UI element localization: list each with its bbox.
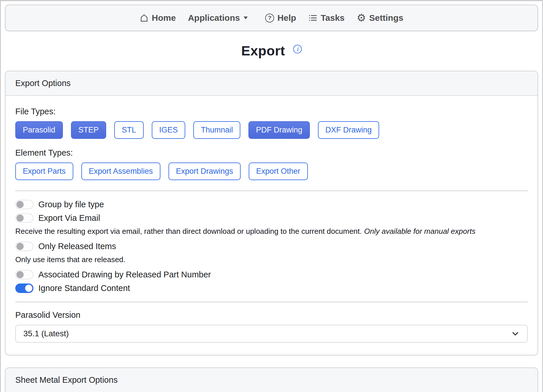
toggle-knob — [16, 201, 24, 208]
help-icon — [265, 14, 274, 23]
export-assemblies-button[interactable]: Export Assemblies — [81, 163, 160, 180]
export-parts-button[interactable]: Export Parts — [15, 163, 73, 180]
sheet-metal-title: Sheet Metal Export Options — [15, 375, 118, 384]
toggle-knob — [16, 243, 24, 250]
only-released-items-toggle[interactable] — [15, 242, 33, 251]
export-options-card: Export Options File Types: Parasolid STE… — [5, 71, 538, 355]
sheet-metal-card: Sheet Metal Export Options Export Sheet … — [5, 367, 538, 392]
file-types-label: File Types: — [15, 107, 528, 116]
parasolid-version-value: 35.1 (Latest) — [23, 329, 69, 338]
top-navigation: Home Applications Help Tasks ⚙ Settings — [5, 5, 538, 31]
export-drawings-button[interactable]: Export Drawings — [168, 163, 241, 180]
export-via-email-label: Export Via Email — [38, 213, 100, 223]
info-icon[interactable]: i — [293, 45, 302, 53]
toggle-row-only-released-items: Only Released Items — [15, 242, 528, 251]
export-other-button[interactable]: Export Other — [249, 163, 308, 180]
parasolid-version-label: Parasolid Version — [15, 310, 528, 320]
chevron-down-icon — [243, 16, 248, 20]
file-type-step-button[interactable]: STEP — [71, 121, 106, 139]
divider — [15, 191, 528, 191]
toggle-knob — [16, 271, 24, 278]
group-by-file-type-label: Group by file type — [38, 200, 104, 209]
export-via-email-toggle[interactable] — [15, 213, 33, 223]
file-type-stl-button[interactable]: STL — [114, 121, 144, 139]
toggle-row-associated-drawing: Associated Drawing by Released Part Numb… — [15, 270, 528, 279]
chevron-down-icon — [511, 329, 520, 338]
nav-settings-label: Settings — [369, 13, 403, 23]
nav-tasks-label: Tasks — [321, 13, 344, 23]
export-options-header: Export Options — [5, 71, 538, 96]
element-type-buttons: Export Parts Export Assemblies Export Dr… — [15, 163, 528, 180]
toggle-row-group-by-file-type: Group by file type — [15, 200, 528, 209]
toggle-knob — [25, 285, 32, 292]
settings-gear-icon: ⚙ — [357, 13, 366, 23]
file-type-dxf-drawing-button[interactable]: DXF Drawing — [318, 121, 379, 139]
only-released-items-description: Only use items that are released. — [15, 255, 528, 264]
associated-drawing-toggle[interactable] — [15, 270, 33, 279]
tasks-icon — [308, 14, 317, 22]
file-type-pdf-drawing-button[interactable]: PDF Drawing — [248, 121, 310, 139]
export-via-email-description: Receive the resulting export via email, … — [15, 227, 528, 236]
nav-home[interactable]: Home — [140, 13, 176, 23]
home-icon — [140, 14, 149, 23]
sheet-metal-header: Sheet Metal Export Options — [5, 368, 538, 392]
ignore-standard-content-toggle[interactable] — [15, 283, 33, 293]
group-by-file-type-toggle[interactable] — [15, 200, 33, 209]
nav-applications[interactable]: Applications — [188, 13, 248, 23]
element-types-label: Element Types: — [15, 148, 528, 158]
divider — [15, 302, 528, 302]
ignore-standard-content-label: Ignore Standard Content — [38, 283, 130, 293]
only-released-items-label: Only Released Items — [38, 242, 116, 251]
export-options-body: File Types: Parasolid STEP STL IGES Thum… — [5, 96, 538, 355]
file-type-parasolid-button[interactable]: Parasolid — [15, 121, 63, 139]
parasolid-version-select[interactable]: 35.1 (Latest) — [15, 325, 528, 343]
page-title: Export — [241, 43, 285, 59]
toggle-row-ignore-standard-content: Ignore Standard Content — [15, 283, 528, 293]
export-options-title: Export Options — [15, 79, 71, 88]
nav-applications-label: Applications — [188, 13, 240, 23]
export-via-email-description-text: Receive the resulting export via email, … — [15, 227, 362, 236]
file-type-thumnail-button[interactable]: Thumnail — [193, 121, 240, 139]
file-type-iges-button[interactable]: IGES — [152, 121, 186, 139]
nav-settings[interactable]: ⚙ Settings — [357, 13, 403, 23]
nav-tasks[interactable]: Tasks — [308, 13, 344, 23]
toggle-row-export-via-email: Export Via Email — [15, 213, 528, 223]
export-via-email-description-emphasis: Only available for manual exports — [364, 227, 475, 236]
nav-home-label: Home — [152, 13, 176, 23]
associated-drawing-label: Associated Drawing by Released Part Numb… — [38, 270, 211, 279]
nav-help[interactable]: Help — [265, 13, 296, 23]
only-released-items-description-text: Only use items that are released. — [15, 255, 126, 264]
file-type-buttons: Parasolid STEP STL IGES Thumnail PDF Dra… — [15, 121, 528, 139]
page-title-row: Export i — [1, 43, 542, 59]
toggle-knob — [16, 214, 24, 222]
nav-help-label: Help — [277, 13, 296, 23]
